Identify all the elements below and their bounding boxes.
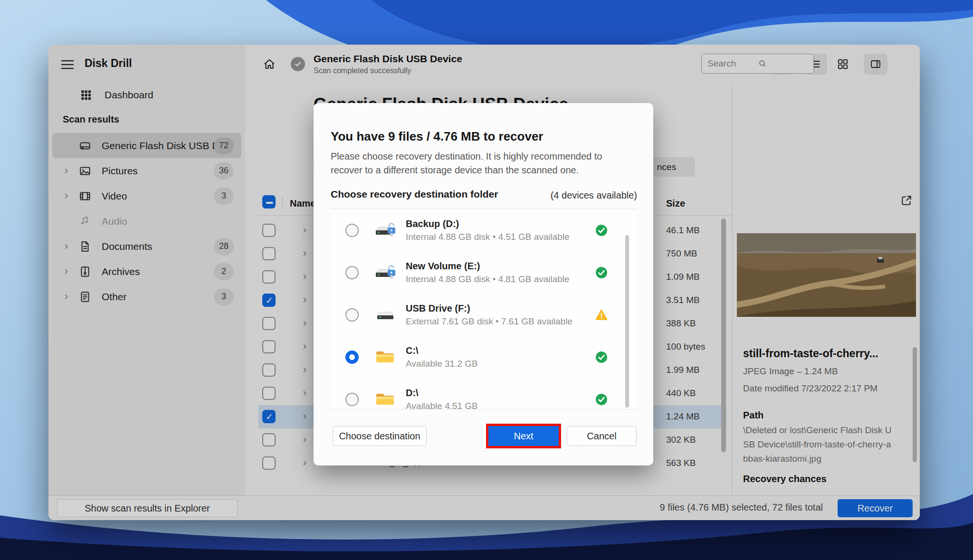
device-radio[interactable] — [345, 351, 359, 364]
recovery-destination-dialog: You have 9 files / 4.76 MB to recover Pl… — [314, 103, 653, 465]
devices-available-count: (4 devices available) — [551, 190, 637, 201]
choose-destination-heading: Choose recovery destination folder — [331, 189, 498, 200]
device-name: Backup (D:) — [406, 218, 459, 229]
destination-device-list: Backup (D:) Internal 4.88 GB disk • 4.51… — [331, 209, 637, 409]
device-name: D:\ — [406, 388, 419, 399]
device-details: Available 4.51 GB — [406, 401, 478, 409]
next-button[interactable]: Next — [488, 426, 559, 446]
device-radio[interactable] — [345, 224, 359, 237]
status-warning-icon — [595, 309, 608, 321]
destination-device-row[interactable]: USB Drive (F:) External 7.61 GB disk • 7… — [331, 294, 637, 336]
status-ok-icon — [595, 224, 608, 237]
disk-drill-window: Disk Drill Dashboard Scan results Generi… — [48, 45, 920, 520]
internal-drive-bitlocker-icon — [374, 263, 396, 282]
device-name: C:\ — [406, 345, 419, 356]
next-button-highlight-annotation: Next — [486, 424, 561, 448]
destination-device-row[interactable]: C:\ Available 31.2 GB — [331, 336, 637, 378]
device-name: New Volume (E:) — [406, 261, 480, 272]
device-details: Internal 4.88 GB disk • 4.51 GB availabl… — [406, 232, 570, 242]
device-radio[interactable] — [345, 393, 359, 406]
device-details: Available 31.2 GB — [406, 359, 478, 369]
folder-icon — [374, 389, 396, 408]
device-radio[interactable] — [345, 308, 359, 322]
folder-icon — [374, 347, 396, 366]
device-radio[interactable] — [345, 266, 359, 279]
cancel-button[interactable]: Cancel — [567, 426, 637, 446]
device-name: USB Drive (F:) — [406, 303, 470, 314]
device-list-scrollbar[interactable] — [625, 235, 629, 408]
destination-device-row[interactable]: D:\ Available 4.51 GB — [331, 378, 637, 409]
external-drive-icon — [374, 305, 396, 324]
dialog-description: Please choose recovery destination. It i… — [331, 150, 620, 177]
device-details: External 7.61 GB disk • 7.61 GB availabl… — [406, 316, 572, 327]
internal-drive-bitlocker-icon — [374, 220, 396, 239]
device-details: Internal 4.88 GB disk • 4.81 GB availabl… — [406, 274, 570, 285]
destination-device-row[interactable]: Backup (D:) Internal 4.88 GB disk • 4.51… — [331, 209, 637, 251]
dialog-title: You have 9 files / 4.76 MB to recover — [331, 129, 543, 144]
status-ok-icon — [595, 393, 608, 406]
desktop: Disk Drill Dashboard Scan results Generi… — [0, 0, 973, 560]
status-ok-icon — [595, 266, 608, 279]
destination-device-row[interactable]: New Volume (E:) Internal 4.88 GB disk • … — [331, 251, 637, 294]
status-ok-icon — [595, 351, 608, 363]
choose-destination-button[interactable]: Choose destination — [333, 426, 427, 446]
